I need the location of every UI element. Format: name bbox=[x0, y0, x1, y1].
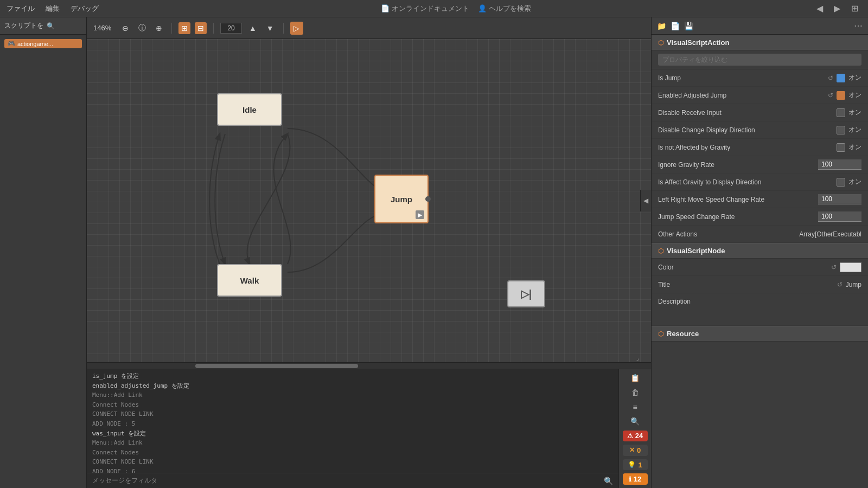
log-line: was_input を設定 bbox=[92, 429, 613, 439]
warning-icon: ✕ bbox=[629, 446, 635, 454]
zoom-in-button[interactable]: ⊕ bbox=[153, 22, 165, 34]
prop-is-jump-on: オン bbox=[848, 73, 861, 82]
folder-icon[interactable]: 📁 bbox=[657, 22, 666, 30]
jump-output-port[interactable] bbox=[425, 196, 431, 202]
right-panel: 📁 📄 💾 ⋯ ⬡ VisualScriptAction Is Jump ↺ オ… bbox=[651, 17, 868, 488]
debug-count: 12 bbox=[634, 475, 641, 483]
grid-snap-button[interactable]: ⊞ bbox=[178, 22, 190, 34]
prop-is-not-affected-gravity-checkbox[interactable] bbox=[837, 143, 845, 152]
prop-title-reset[interactable]: ↺ bbox=[837, 281, 843, 288]
prop-is-jump-reset[interactable]: ↺ bbox=[828, 74, 833, 82]
prop-ignore-gravity-rate-input[interactable] bbox=[818, 159, 861, 170]
visual-script-node-header: ⬡ VisualScriptNode bbox=[652, 243, 868, 259]
prop-is-affect-gravity-display-checkbox[interactable] bbox=[837, 178, 845, 187]
hscroll-thumb[interactable] bbox=[195, 364, 358, 368]
prop-disable-change-display-checkbox[interactable] bbox=[837, 126, 845, 134]
help-search-link[interactable]: 👤 ヘルプを検索 bbox=[478, 4, 531, 14]
debug-badge[interactable]: ℹ 12 bbox=[623, 473, 648, 485]
filter-bar bbox=[652, 50, 868, 69]
search-log-button[interactable]: 🔍 bbox=[626, 416, 645, 427]
log-panel: is_jump を設定enabled_adjusted_jump を設定Menu… bbox=[87, 369, 618, 488]
zoom-level: 146% bbox=[93, 24, 115, 32]
prop-title: Title ↺ Jump bbox=[652, 276, 868, 293]
prop-disable-receive-input-checkbox[interactable] bbox=[837, 108, 845, 117]
zoom-info-button[interactable]: ⓘ bbox=[136, 22, 149, 35]
visual-script-action-header: ⬡ VisualScriptAction bbox=[652, 35, 868, 50]
log-line: is_jump を設定 bbox=[92, 371, 613, 381]
nav-back-button[interactable]: ◀ bbox=[813, 2, 826, 15]
search-icon[interactable]: 🔍 bbox=[47, 22, 55, 30]
node-exec[interactable]: ▷| bbox=[507, 280, 545, 307]
prop-color-reset[interactable]: ↺ bbox=[831, 264, 837, 271]
menu-file[interactable]: ファイル bbox=[7, 4, 35, 14]
node-jump[interactable]: Jump ▶ bbox=[374, 175, 429, 223]
save-icon[interactable]: 💾 bbox=[684, 22, 693, 30]
bottom-panel: is_jump を設定enabled_adjusted_jump を設定Menu… bbox=[87, 369, 651, 488]
copy-log-button[interactable]: 📋 bbox=[626, 373, 645, 384]
grid-toggle-button[interactable]: ⊟ bbox=[195, 22, 207, 34]
prop-lr-move-speed-input[interactable] bbox=[818, 194, 861, 204]
menubar-center: 📄 オンラインドキュメント 👤 ヘルプを検索 bbox=[381, 4, 531, 14]
color-picker[interactable] bbox=[840, 262, 861, 272]
prop-enabled-adjusted-jump-reset[interactable]: ↺ bbox=[828, 92, 833, 99]
online-doc-link[interactable]: 📄 オンラインドキュメント bbox=[381, 4, 469, 14]
filter-search-icon[interactable]: 🔍 bbox=[604, 477, 613, 485]
node-idle[interactable]: Idle bbox=[217, 93, 282, 126]
right-topbar: 📁 📄 💾 ⋯ bbox=[652, 17, 868, 35]
info-badge[interactable]: 💡 1 bbox=[623, 459, 648, 471]
section-resource-label: Resource bbox=[667, 330, 699, 338]
prop-enabled-adjusted-jump-label: Enabled Adjusted Jump bbox=[658, 92, 796, 99]
prop-is-jump-checkbox[interactable] bbox=[837, 74, 845, 82]
canvas-hscroll[interactable] bbox=[87, 362, 651, 369]
action-button[interactable]: ▷ bbox=[290, 22, 303, 35]
prop-disable-change-display-on: オン bbox=[848, 125, 861, 134]
collapse-side-button[interactable]: ◀ bbox=[640, 190, 651, 211]
node-walk[interactable]: Walk bbox=[217, 264, 282, 297]
snap-down-button[interactable]: ▼ bbox=[264, 22, 277, 34]
actiongame-tag[interactable]: 🎮 actiongame... bbox=[4, 39, 82, 48]
prop-enabled-adjusted-jump-checkbox[interactable] bbox=[837, 91, 845, 100]
prop-jump-speed-change-rate-label: Jump Speed Change Rate bbox=[658, 213, 796, 221]
section-node-icon: ⬡ bbox=[658, 247, 663, 255]
more-options-button[interactable]: ⋯ bbox=[854, 21, 863, 31]
layout-button[interactable]: ⊞ bbox=[848, 2, 861, 15]
zoom-out-button[interactable]: ⊖ bbox=[119, 22, 131, 34]
snap-value-input[interactable] bbox=[220, 23, 242, 34]
property-filter-input[interactable] bbox=[658, 54, 861, 66]
prop-disable-receive-input-label: Disable Receive Input bbox=[658, 109, 796, 117]
nav-forward-button[interactable]: ▶ bbox=[831, 2, 844, 15]
prop-enabled-adjusted-jump: Enabled Adjusted Jump ↺ オン bbox=[652, 87, 868, 104]
resize-handle[interactable]: ⌟ bbox=[636, 355, 639, 361]
jump-collapse-button[interactable]: ▶ bbox=[416, 210, 424, 219]
menu-debug[interactable]: デバッグ bbox=[71, 4, 99, 14]
prop-disable-receive-input: Disable Receive Input オン bbox=[652, 104, 868, 121]
menu-edit[interactable]: 編集 bbox=[46, 4, 60, 14]
log-area: is_jump を設定enabled_adjusted_jump を設定Menu… bbox=[87, 369, 618, 473]
file-icon[interactable]: 📄 bbox=[671, 22, 680, 30]
warning-badge[interactable]: ✕ 0 bbox=[623, 445, 648, 456]
log-line: ADD_NODE : 5 bbox=[92, 419, 613, 429]
prop-disable-receive-input-on: オン bbox=[848, 108, 861, 117]
graph-canvas[interactable]: Idle Walk Jump ▶ ▷| ◀ ⌟ bbox=[87, 39, 651, 362]
prop-disable-receive-input-value: オン bbox=[796, 108, 861, 117]
prop-ignore-gravity-rate: Ignore Gravity Rate bbox=[652, 156, 868, 174]
error-badge[interactable]: ⚠ 24 bbox=[623, 431, 648, 442]
prop-enabled-adjusted-jump-on: オン bbox=[848, 91, 861, 100]
prop-description: Description bbox=[652, 293, 868, 326]
prop-description-label: Description bbox=[658, 298, 796, 305]
snap-up-button[interactable]: ▲ bbox=[246, 22, 259, 34]
info-count: 1 bbox=[638, 461, 642, 469]
filter-toggle-button[interactable]: ≡ bbox=[626, 401, 645, 413]
prop-is-not-affected-gravity-on: オン bbox=[848, 143, 861, 152]
prop-lr-move-speed-value bbox=[796, 194, 861, 204]
filter-label: メッセージをフィルタ bbox=[92, 476, 604, 485]
walk-node-label: Walk bbox=[240, 276, 259, 285]
arrows-svg bbox=[87, 39, 651, 362]
prop-is-not-affected-gravity-value: オン bbox=[796, 143, 861, 152]
jump-node-label: Jump bbox=[391, 195, 412, 204]
prop-jump-speed-change-rate-input[interactable] bbox=[818, 211, 861, 222]
log-line: Menu::Add Link bbox=[92, 438, 613, 448]
toolbar-divider-3 bbox=[283, 23, 284, 34]
prop-is-jump-label: Is Jump bbox=[658, 74, 796, 82]
clear-log-button[interactable]: 🗑 bbox=[626, 387, 645, 399]
